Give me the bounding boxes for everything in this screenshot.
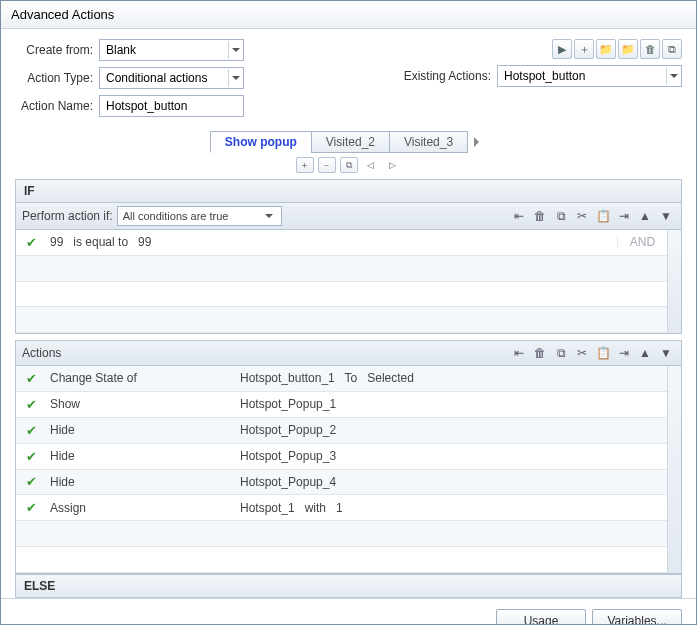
- perform-action-if-label: Perform action if:: [22, 209, 113, 223]
- tab-next-icon[interactable]: [472, 135, 486, 149]
- action-name-input[interactable]: [99, 95, 244, 117]
- move-down-icon[interactable]: ▼: [657, 344, 675, 362]
- if-row-toolbar: ⇤ 🗑 ⧉ ✂ 📋 ⇥ ▲ ▼: [510, 207, 675, 225]
- append-icon[interactable]: ⇥: [615, 207, 633, 225]
- append-icon[interactable]: ⇥: [615, 344, 633, 362]
- scrollbar[interactable]: [667, 366, 681, 573]
- create-from-label: Create from:: [15, 43, 93, 57]
- action-row[interactable]: ✔ShowHotspot_Popup_1: [16, 392, 681, 418]
- decision-tabs: Show popup Visited_2 Visited_3: [211, 131, 468, 153]
- and-or-cell[interactable]: AND: [617, 235, 667, 249]
- paste-row-icon[interactable]: 📋: [594, 207, 612, 225]
- condition-row[interactable]: ✔ 99 is equal to 99 AND: [16, 230, 681, 256]
- copy-row-icon[interactable]: ⧉: [552, 344, 570, 362]
- insert-icon[interactable]: ⇤: [510, 344, 528, 362]
- perform-action-if-select[interactable]: All conditions are true: [117, 206, 282, 226]
- add-decision-icon[interactable]: ＋: [296, 157, 314, 173]
- chevron-down-icon: [666, 67, 680, 85]
- action-type-label: Action Type:: [15, 71, 93, 85]
- chevron-down-icon: [262, 211, 276, 222]
- check-icon: ✔: [26, 235, 37, 250]
- action-row[interactable]: [16, 547, 681, 573]
- import-icon[interactable]: 📁: [596, 39, 616, 59]
- preview-icon[interactable]: ▶: [552, 39, 572, 59]
- actions-row-toolbar: ⇤ 🗑 ⧉ ✂ 📋 ⇥ ▲ ▼: [510, 344, 675, 362]
- chevron-down-icon: [228, 41, 242, 59]
- existing-actions-label: Existing Actions:: [404, 69, 491, 83]
- duplicate-decision-icon[interactable]: ⧉: [340, 157, 358, 173]
- tab-visited-2[interactable]: Visited_2: [311, 131, 390, 153]
- condition-row[interactable]: [16, 307, 681, 333]
- paste-row-icon[interactable]: 📋: [594, 344, 612, 362]
- check-icon: ✔: [26, 423, 37, 438]
- create-from-value: Blank: [106, 43, 136, 57]
- copy-row-icon[interactable]: ⧉: [552, 207, 570, 225]
- existing-actions-select[interactable]: Hotspot_button: [497, 65, 682, 87]
- condition-row[interactable]: [16, 282, 681, 308]
- scrollbar[interactable]: [667, 230, 681, 333]
- condition-row[interactable]: [16, 256, 681, 282]
- actions-header: Actions: [22, 346, 61, 360]
- check-icon: ✔: [26, 371, 37, 386]
- decision-next-icon[interactable]: ▷: [384, 157, 402, 173]
- add-icon[interactable]: ＋: [574, 39, 594, 59]
- variables-button[interactable]: Variables...: [592, 609, 682, 625]
- move-up-icon[interactable]: ▲: [636, 344, 654, 362]
- tab-visited-3[interactable]: Visited_3: [389, 131, 468, 153]
- move-up-icon[interactable]: ▲: [636, 207, 654, 225]
- check-icon: ✔: [26, 500, 37, 515]
- else-header[interactable]: ELSE: [15, 574, 682, 598]
- action-row[interactable]: ✔HideHotspot_Popup_3: [16, 444, 681, 470]
- action-row[interactable]: ✔Change State ofHotspot_button_1 To Sele…: [16, 366, 681, 392]
- action-row[interactable]: ✔HideHotspot_Popup_2: [16, 418, 681, 444]
- window-title: Advanced Actions: [1, 1, 696, 29]
- top-toolbar: ▶ ＋ 📁 📁 🗑 ⧉: [552, 39, 682, 59]
- action-row[interactable]: [16, 521, 681, 547]
- delete-row-icon[interactable]: 🗑: [531, 344, 549, 362]
- cut-row-icon[interactable]: ✂: [573, 344, 591, 362]
- duplicate-icon[interactable]: ⧉: [662, 39, 682, 59]
- action-type-select[interactable]: Conditional actions: [99, 67, 244, 89]
- check-icon: ✔: [26, 474, 37, 489]
- create-from-select[interactable]: Blank: [99, 39, 244, 61]
- decision-prev-icon[interactable]: ◁: [362, 157, 380, 173]
- check-icon: ✔: [26, 449, 37, 464]
- usage-button[interactable]: Usage: [496, 609, 586, 625]
- export-icon[interactable]: 📁: [618, 39, 638, 59]
- action-row[interactable]: ✔HideHotspot_Popup_4: [16, 470, 681, 496]
- remove-decision-icon[interactable]: －: [318, 157, 336, 173]
- action-row[interactable]: ✔AssignHotspot_1 with 1: [16, 495, 681, 521]
- delete-row-icon[interactable]: 🗑: [531, 207, 549, 225]
- action-name-label: Action Name:: [15, 99, 93, 113]
- if-header: IF: [15, 179, 682, 203]
- check-icon: ✔: [26, 397, 37, 412]
- insert-icon[interactable]: ⇤: [510, 207, 528, 225]
- tab-show-popup[interactable]: Show popup: [210, 131, 312, 153]
- chevron-down-icon: [228, 69, 242, 87]
- move-down-icon[interactable]: ▼: [657, 207, 675, 225]
- delete-icon[interactable]: 🗑: [640, 39, 660, 59]
- action-type-value: Conditional actions: [106, 71, 207, 85]
- existing-actions-value: Hotspot_button: [504, 69, 585, 83]
- cut-row-icon[interactable]: ✂: [573, 207, 591, 225]
